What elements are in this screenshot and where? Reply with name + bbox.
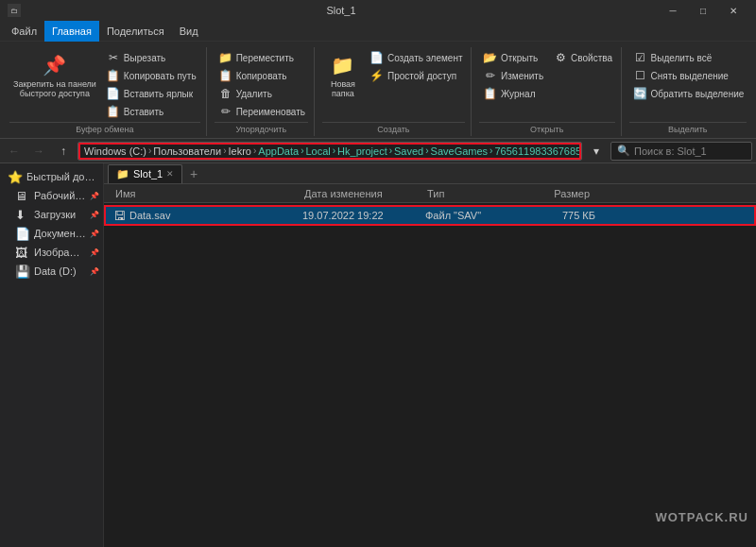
sidebar-item-images[interactable]: 🖼 Изображения 📌	[0, 243, 103, 262]
tab-icon: 📁	[116, 168, 129, 180]
search-icon: 🔍	[617, 145, 630, 157]
tab-close-button[interactable]: ✕	[166, 169, 174, 179]
copy-path-button[interactable]: ✂ Вырезать	[102, 49, 200, 66]
history-icon: 📋	[483, 86, 498, 101]
quick-access-label: Быстрый доступ	[26, 171, 99, 182]
pin-icon: 📌	[42, 52, 68, 78]
edit-label: Изменить	[501, 71, 543, 81]
up-button[interactable]: ↑	[53, 141, 74, 162]
images-label: Изображения	[34, 247, 86, 258]
organize-group-label: Упорядочить	[215, 122, 308, 136]
watermark: WOTPACK.RU	[655, 510, 748, 524]
open-icon: 📂	[483, 50, 498, 65]
copy-path-label: Вырезать	[124, 53, 165, 63]
forward-button[interactable]: →	[28, 141, 49, 162]
title-bar-title: Slot_1	[30, 5, 652, 16]
path-steamid: 76561198336768505	[494, 145, 582, 157]
tab-slot1[interactable]: 📁 Slot_1 ✕	[108, 164, 182, 183]
address-bar[interactable]: Windows (C:) › Пользователи › Iekro › Ap…	[77, 142, 582, 161]
ribbon-group-select: ☑ Выделить всё ☐ Снять выделение 🔄 Обрат…	[624, 47, 752, 136]
quick-access2-label: Простой доступ	[387, 71, 456, 81]
open-button[interactable]: 📂 Открыть	[479, 49, 547, 66]
path-savegames: SaveGames	[431, 145, 489, 157]
rename-label: Переименовать	[236, 107, 305, 117]
history-button[interactable]: 📋 Журнал	[479, 85, 547, 102]
col-header-name: Имя	[112, 188, 301, 199]
pin-indicator: 📌	[90, 192, 99, 200]
new-tab-button[interactable]: +	[184, 164, 203, 183]
address-bar-row: ← → ↑ Windows (C:) › Пользователи › Iekr…	[0, 139, 756, 163]
ribbon-group-clipboard: 📌 Закрепить на панелибыстрого доступа ✂ …	[4, 47, 207, 136]
path-windows: Windows (C:)	[84, 145, 146, 157]
path-appdata: AppData	[258, 145, 299, 157]
select-all-button[interactable]: ☑ Выделить всё	[629, 49, 748, 66]
select-all-icon: ☑	[633, 50, 648, 65]
copy2-button[interactable]: 📋 Копировать	[215, 67, 309, 84]
sidebar-item-downloads[interactable]: ⬇ Загрузки 📌	[0, 205, 103, 224]
menu-item-file[interactable]: Файл	[4, 21, 44, 42]
copy2-icon: 📋	[218, 68, 233, 83]
move-button[interactable]: 📁 Переместить	[215, 49, 309, 66]
dropdown-button[interactable]: ▾	[586, 141, 607, 162]
copy-icon: 📋	[106, 68, 121, 83]
new-folder-label: Новаяпапка	[331, 80, 355, 99]
create-item-button[interactable]: 📄 Создать элемент	[366, 49, 467, 66]
delete-button[interactable]: 🗑 Удалить	[215, 85, 309, 102]
menu-item-home[interactable]: Главная	[44, 21, 99, 42]
menu-item-share[interactable]: Поделиться	[99, 21, 172, 42]
file-date-datasav: 19.07.2022 19:22	[302, 210, 425, 221]
sidebar: ⭐ Быстрый доступ 🖥 Рабочий стол 📌 ⬇ Загр…	[0, 163, 104, 547]
move-label: Переместить	[236, 53, 294, 63]
maximize-button[interactable]: □	[688, 0, 718, 21]
paste-button[interactable]: 📄 Вставить ярлык	[102, 85, 200, 102]
sidebar-item-desktop[interactable]: 🖥 Рабочий стол 📌	[0, 186, 103, 205]
history-label: Журнал	[501, 89, 536, 99]
copy2-label: Копировать	[236, 71, 287, 81]
delete-icon: 🗑	[218, 86, 233, 101]
new-folder-button[interactable]: 📁 Новаяпапка	[322, 49, 364, 102]
invert-selection-button[interactable]: 🔄 Обратить выделение	[629, 85, 748, 102]
close-button[interactable]: ✕	[718, 0, 748, 21]
search-placeholder: Поиск в: Slot_1	[634, 145, 707, 157]
paste-icon: 📄	[106, 86, 121, 101]
menu-bar: Файл Главная Поделиться Вид	[0, 21, 756, 42]
file-list: 🖫 Data.sav 19.07.2022 19:22 Файл "SAV" 7…	[104, 203, 756, 547]
minimize-button[interactable]: ─	[658, 0, 688, 21]
ribbon-group-organize: 📁 Переместить 📋 Копировать 🗑 Удалить ✏ П…	[209, 47, 315, 136]
deselect-button[interactable]: ☐ Снять выделение	[629, 67, 748, 84]
paste-label: Вставить ярлык	[124, 89, 193, 99]
downloads-pin: 📌	[90, 211, 99, 219]
pin-quick-access-button[interactable]: 📌 Закрепить на панелибыстрого доступа	[9, 49, 100, 102]
images-pin: 📌	[90, 248, 99, 257]
sidebar-item-quick-access[interactable]: ⭐ Быстрый доступ	[0, 167, 103, 186]
search-box[interactable]: 🔍 Поиск в: Slot_1	[610, 142, 752, 161]
path-users: Пользователи	[153, 145, 221, 157]
select-all-label: Выделить всё	[651, 53, 713, 63]
new-folder-icon: 📁	[330, 52, 356, 78]
file-size-datasav: 775 КБ	[520, 210, 595, 221]
edit-icon: ✏	[483, 68, 498, 83]
ribbon: 📌 Закрепить на панелибыстрого доступа ✂ …	[0, 42, 756, 139]
invert-selection-icon: 🔄	[633, 86, 648, 101]
copy-button[interactable]: 📋 Копировать путь	[102, 67, 200, 84]
col-header-date: Дата изменения	[301, 188, 423, 199]
paste-shortcut-button[interactable]: 📋 Вставить	[102, 103, 200, 120]
create-item-icon: 📄	[369, 50, 385, 65]
file-row-datasav[interactable]: 🖫 Data.sav 19.07.2022 19:22 Файл "SAV" 7…	[104, 205, 756, 226]
rename-button[interactable]: ✏ Переименовать	[215, 103, 309, 120]
file-area: 📁 Slot_1 ✕ + Имя Дата изменения Тип Разм…	[104, 163, 756, 547]
path-user: Iekro	[229, 145, 251, 157]
documents-icon: 📄	[15, 227, 30, 241]
sidebar-item-data-drive[interactable]: 💾 Data (D:) 📌	[0, 262, 103, 281]
edit-button[interactable]: ✏ Изменить	[479, 67, 547, 84]
properties-button[interactable]: ⚙ Свойства	[549, 49, 616, 66]
tab-bar: 📁 Slot_1 ✕ +	[104, 163, 756, 184]
clipboard-group-label: Буфер обмена	[9, 122, 200, 136]
open-label: Открыть	[501, 53, 538, 63]
invert-selection-label: Обратить выделение	[651, 89, 745, 99]
quick-access2-button[interactable]: ⚡ Простой доступ	[366, 67, 467, 84]
sidebar-item-documents[interactable]: 📄 Документы 📌	[0, 224, 103, 243]
open-group-label: Открыть	[479, 122, 615, 136]
menu-item-view[interactable]: Вид	[172, 21, 206, 42]
back-button[interactable]: ←	[4, 141, 25, 162]
